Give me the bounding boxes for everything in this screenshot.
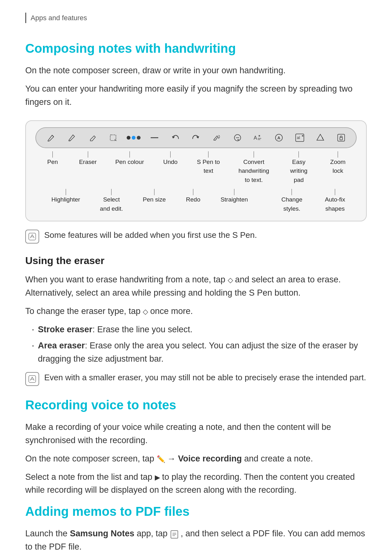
svg-rect-17	[29, 376, 36, 382]
section1-para1: On the note composer screen, draw or wri…	[25, 64, 367, 77]
eraser-diamond-icon: ◇	[228, 276, 235, 284]
undo-icon	[168, 130, 183, 145]
label-eraser: Eraser	[79, 151, 97, 167]
changestyles-icon: aī	[292, 130, 307, 145]
label-pen: Pen	[45, 151, 60, 167]
note2-box: Even with a smaller eraser, you may stil…	[25, 371, 367, 386]
toolbar-labels: Pen Eraser Pen colour Undo S Pen totext …	[35, 151, 357, 214]
pencolor-dots	[126, 130, 141, 145]
section2-para2: On the note composer screen, tap ✏️ → Vo…	[25, 452, 367, 466]
eraser-section-title: Using the eraser	[25, 253, 367, 268]
pdf-icon	[170, 530, 181, 538]
section2-title: Recording voice to notes	[25, 395, 367, 414]
eraser-bullet-list: Stroke eraser: Erase the line you select…	[25, 323, 367, 366]
pen-icon	[44, 130, 58, 145]
autofix-icon	[313, 130, 328, 145]
svg-line-4	[219, 135, 220, 136]
toolbar-icon-bar: A A aī	[35, 127, 357, 148]
play-icon: ▶	[155, 473, 162, 481]
section2-para1: Make a recording of your voice while cre…	[25, 421, 367, 447]
breadcrumb: Apps and features	[25, 13, 367, 23]
eraser-para1: When you want to erase handwriting from …	[25, 273, 367, 300]
bullet-stroke-eraser: Stroke eraser: Erase the line you select…	[32, 323, 367, 336]
label-zoomlock: Zoomlock	[329, 151, 347, 176]
bullet-area-eraser: Area eraser: Erase only the area you sel…	[32, 339, 367, 366]
section3-para1: Launch the Samsung Notes app, tap , and …	[25, 527, 367, 554]
note1-text: Some features will be added when you fir…	[44, 229, 257, 241]
eraser-diamond2-icon: ◇	[143, 308, 150, 316]
spen-text-icon	[209, 130, 224, 145]
zoomlock-icon	[334, 130, 348, 145]
label-convert: Converthandwritingto text.	[238, 151, 269, 185]
label-pencolour: Pen colour	[115, 151, 144, 167]
label-redo: Redo	[185, 189, 201, 204]
svg-text:A: A	[277, 135, 280, 140]
label-easywriting: Easywritingpad	[288, 151, 310, 185]
eraser-para2: To change the eraser type, tap ◇ once mo…	[25, 305, 367, 318]
eraser-icon	[85, 130, 100, 145]
label-autofix: Auto-fixshapes	[323, 189, 347, 213]
redo-icon	[189, 130, 203, 145]
pencil-icon: ✏️	[157, 455, 167, 463]
label-pensize: Pen size	[143, 189, 166, 204]
label-select: Selectand edit.	[100, 189, 123, 213]
label-spen: S Pen totext	[197, 151, 220, 176]
label-changestyles: Changestyles.	[280, 189, 304, 213]
note1-icon	[25, 230, 39, 244]
section3-title: Adding memos to PDF files	[25, 502, 367, 521]
select-icon	[106, 130, 120, 145]
label-undo: Undo	[162, 151, 178, 167]
section1-title: Composing notes with handwriting	[25, 39, 367, 58]
pensize-icon	[147, 130, 162, 145]
easywriting-icon: A	[272, 130, 286, 145]
svg-marker-13	[317, 134, 324, 140]
straighten-icon	[230, 130, 245, 145]
label-highlighter: Highlighter	[45, 189, 80, 204]
convert-icon: A	[251, 130, 265, 145]
label-straighten: Straighten	[220, 189, 248, 204]
svg-marker-1	[90, 136, 95, 141]
section1-para2: You can enter your handwriting more easi…	[25, 82, 367, 109]
svg-text:aī: aī	[297, 135, 300, 140]
note1-box: Some features will be added when you fir…	[25, 229, 367, 244]
note2-icon	[25, 372, 39, 386]
svg-text:A: A	[254, 135, 257, 141]
svg-rect-16	[29, 233, 36, 240]
toolbar-diagram: A A aī Pen Eraser	[25, 120, 367, 222]
highlighter-icon	[64, 130, 79, 145]
note2-text: Even with a smaller eraser, you may stil…	[44, 371, 366, 384]
svg-rect-15	[340, 137, 342, 140]
section2-para3: Select a note from the list and tap ▶ to…	[25, 471, 367, 497]
